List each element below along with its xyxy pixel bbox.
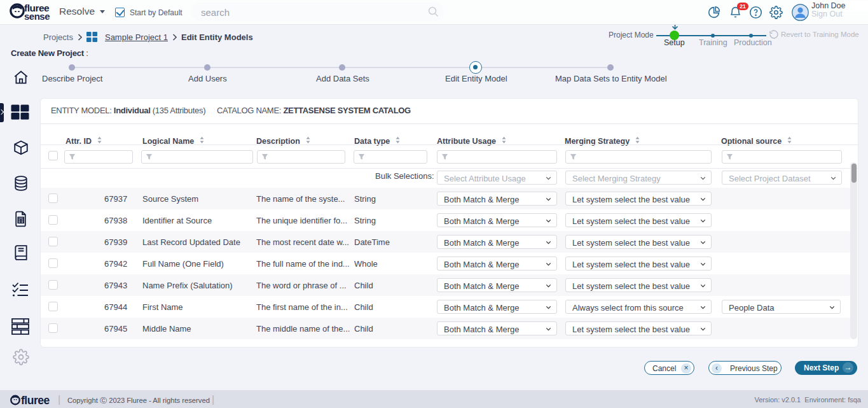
svg-text:fluree: fluree — [21, 395, 50, 406]
svg-text:sense: sense — [24, 11, 50, 22]
